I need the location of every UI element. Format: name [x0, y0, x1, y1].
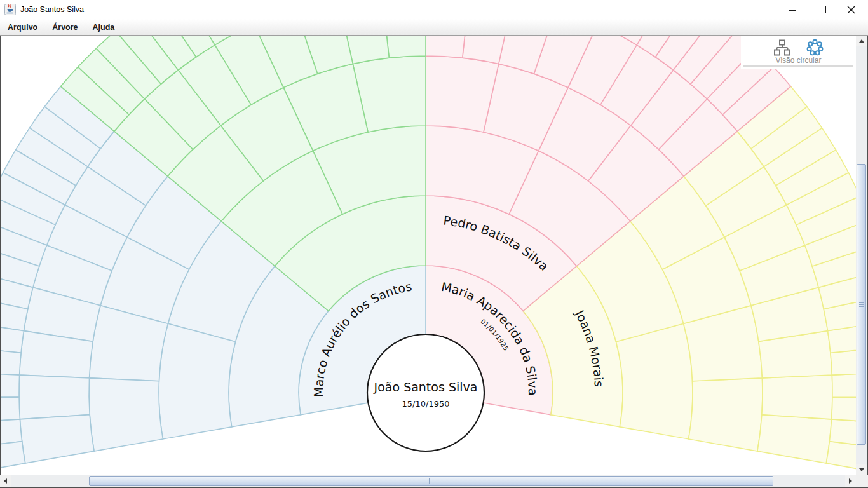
view-toolbar: Visão circular: [741, 36, 856, 69]
scroll-left-button[interactable]: [0, 475, 11, 487]
circular-view-button[interactable]: [806, 39, 824, 56]
close-icon: [847, 6, 855, 14]
ancestor-sector-gen4[interactable]: [689, 378, 763, 451]
menu-item-arvore[interactable]: Árvore: [46, 21, 84, 34]
circular-view-icon: [806, 39, 824, 57]
ancestor-sector-gen3[interactable]: [159, 323, 236, 439]
arrow-left-icon: [4, 478, 7, 484]
ancestor-sector-gen5[interactable]: [19, 375, 90, 419]
ancestor-sector-gen5[interactable]: [762, 375, 832, 419]
window-controls: [778, 0, 865, 19]
arrow-up-icon: [859, 39, 864, 43]
close-button[interactable]: [836, 0, 865, 19]
arrow-right-icon: [849, 478, 852, 484]
window-left-border: [0, 36, 1, 487]
ancestor-sector-gen6[interactable]: [832, 372, 856, 398]
ancestor-sector-gen6[interactable]: [826, 442, 856, 475]
center-person-label: João Santos Silva: [374, 380, 478, 394]
menu-item-arquivo[interactable]: Arquivo: [1, 21, 44, 34]
horizontal-scrollbar[interactable]: [0, 475, 856, 487]
horizontal-scroll-thumb[interactable]: [89, 476, 773, 486]
ancestor-sector-gen3[interactable]: [616, 323, 693, 439]
center-person-label: 15/10/1950: [402, 399, 450, 409]
scroll-right-button[interactable]: [845, 475, 856, 487]
tree-view-button[interactable]: [774, 39, 791, 56]
ancestor-sector-gen6[interactable]: [832, 397, 856, 424]
ancestor-sector-gen4[interactable]: [89, 378, 163, 451]
arrow-down-icon: [859, 468, 864, 471]
fan-chart-canvas[interactable]: Marco Aurélio dos SantosMaria Aparecida …: [0, 36, 856, 475]
toolbar-divider: [743, 65, 853, 67]
ancestor-sector-gen6[interactable]: [0, 372, 20, 398]
menu-item-ajuda[interactable]: Ajuda: [86, 21, 121, 34]
vertical-scrollbar[interactable]: [856, 36, 867, 475]
minimize-button[interactable]: [778, 0, 807, 19]
view-mode-label: Visão circular: [741, 56, 856, 65]
java-coffee-cup-icon: [4, 4, 16, 15]
scroll-down-button[interactable]: [856, 464, 867, 475]
tree-view-icon: [774, 39, 790, 56]
ancestor-sector-gen6[interactable]: [0, 442, 25, 475]
vertical-scroll-thumb[interactable]: [857, 164, 866, 445]
scroll-up-button[interactable]: [856, 36, 867, 46]
ancestor-sector-gen5[interactable]: [20, 415, 94, 463]
maximize-icon: [818, 6, 826, 13]
scrollbar-corner: [856, 475, 868, 487]
window-titlebar: João Santos Silva: [0, 0, 868, 19]
maximize-button[interactable]: [807, 0, 836, 19]
window-title: João Santos Silva: [20, 5, 84, 14]
ancestor-sector-gen5[interactable]: [757, 415, 832, 463]
menubar: Arquivo Árvore Ajuda: [0, 19, 868, 36]
minimize-icon: [789, 10, 796, 11]
application-window: João Santos Silva Arquivo Árvore Ajuda M…: [0, 0, 868, 488]
